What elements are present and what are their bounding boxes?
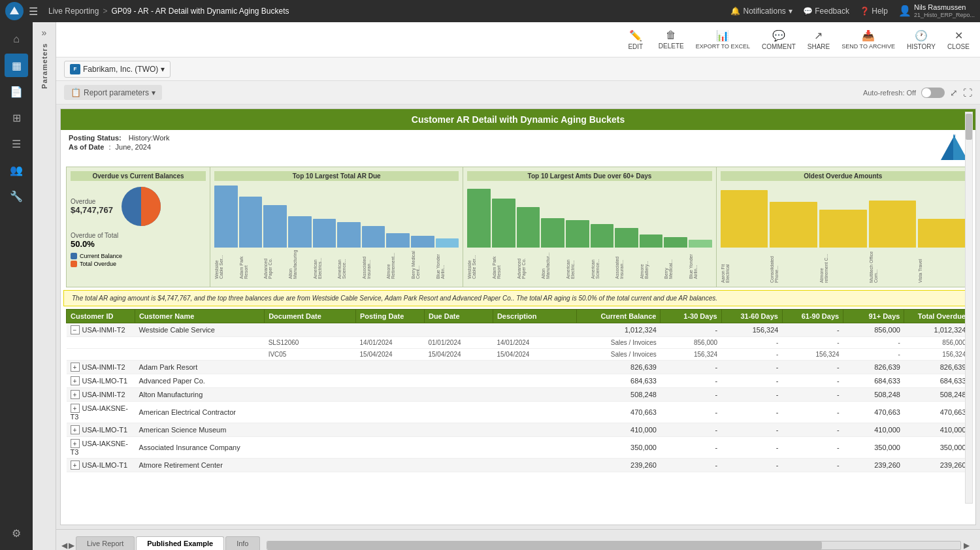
feedback-button[interactable]: 💬 Feedback: [803, 7, 849, 16]
fullscreen-icon[interactable]: ⛶: [963, 88, 972, 98]
top10-ar-bars: [214, 184, 459, 249]
scrollbar-thumb: [966, 114, 972, 140]
table-row: +USA-IAKSNE-T3 Associated Insurance Comp…: [67, 437, 970, 459]
overdue-labels: Overdue $4,747,767: [71, 198, 113, 215]
sidebar-item-home[interactable]: ⌂: [5, 27, 28, 51]
expand-button[interactable]: +: [71, 439, 80, 448]
sidebar-item-reports[interactable]: 📄: [5, 80, 28, 103]
breadcrumb-sep: >: [103, 7, 107, 16]
tab-live-report[interactable]: Live Report: [76, 536, 135, 550]
as-of-date-row: As of Date : June, 2024: [69, 143, 169, 151]
expand-button[interactable]: +: [71, 376, 80, 385]
expand-cell[interactable]: −USA-INMI-T2: [67, 323, 135, 337]
expand-button[interactable]: +: [71, 404, 80, 413]
as-of-date-sep: :: [108, 143, 110, 151]
tab-nav-next[interactable]: ▶: [69, 541, 74, 550]
user-menu[interactable]: 👤 Nils Rasmussen 21_Histo_ERP_Repo...: [898, 3, 975, 19]
days-31-60-cell: 156,324: [721, 323, 782, 337]
sidebar-item-users[interactable]: 👥: [5, 158, 28, 182]
posting-date-cell: [356, 323, 425, 337]
top10-ar-labels: Westside Cable Ser... Adam Park Resort A…: [214, 250, 459, 279]
comment-icon: 💬: [772, 29, 785, 42]
chart-overdue-current: Overdue vs Current Balances Overdue $4,7…: [67, 167, 210, 287]
sidebar-item-settings[interactable]: ⚙: [5, 521, 28, 545]
bar-4: [288, 186, 312, 248]
tab-published-example[interactable]: Published Example: [136, 536, 224, 550]
close-button[interactable]: ✕ CLOSE: [942, 27, 975, 53]
days-91-cell: 856,000: [843, 323, 904, 337]
history-icon: 🕐: [915, 29, 928, 42]
bottom-scrollbar[interactable]: [267, 541, 962, 550]
description-cell: [493, 323, 576, 337]
report-meta: Posting Status: History:Work As of Date …: [61, 130, 975, 164]
collapse-button[interactable]: −: [71, 325, 80, 334]
chart-top10-ar-title: Top 10 Largest Total AR Due: [214, 171, 459, 181]
company-icon: F: [70, 64, 80, 74]
params-expand-arrow[interactable]: »: [42, 27, 47, 38]
table-row: +USA-ILMO-T1 American Science Museum 410…: [67, 423, 970, 437]
share-button[interactable]: ↗ SHARE: [802, 27, 835, 53]
bar-10: [436, 186, 459, 248]
expand-button[interactable]: +: [71, 461, 80, 470]
top-bar-right: 🔔 Notifications ▾ 💬 Feedback ❓ Help 👤 Ni…: [730, 3, 975, 19]
total-overdue-cell: 1,012,324: [904, 323, 970, 337]
toggle-thumb: [922, 88, 931, 97]
col-header-61-90: 61-90 Days: [782, 310, 843, 323]
edit-button[interactable]: ✏️ EDIT: [619, 27, 652, 53]
report-container: Customer AR Detail with Dynamic Aging Bu…: [60, 108, 976, 525]
expand-button[interactable]: +: [71, 390, 80, 399]
data-table-container: Customer ID Customer Name Document Date …: [66, 309, 970, 472]
params-row: 📋 Report parameters ▾ Auto-refresh: Off …: [56, 81, 980, 105]
bar-2: [239, 186, 263, 248]
legend-current: Current Balance: [71, 253, 206, 259]
hamburger-menu[interactable]: ☰: [29, 5, 38, 18]
legend-current-dot: [71, 253, 77, 259]
export-button[interactable]: 📊 EXPORT TO EXCEL: [691, 27, 755, 52]
breadcrumb: Live Reporting > GP09 - AR - AR Detail w…: [48, 7, 725, 16]
chart-top10-60days-title: Top 10 Largest Amts Due over 60+ Days: [467, 171, 711, 181]
bar-6: [337, 186, 361, 248]
expand-view-icon[interactable]: ⤢: [950, 88, 958, 98]
archive-button[interactable]: 📥 SEND TO ARCHIVE: [836, 27, 900, 52]
tab-info[interactable]: Info: [225, 536, 259, 550]
comment-button[interactable]: 💬 COMMENT: [757, 27, 801, 53]
report-params-button[interactable]: 📋 Report parameters ▾: [64, 85, 162, 100]
chart-top10-ar: Top 10 Largest Total AR Due Westside Cab…: [210, 167, 463, 287]
parameters-panel: » Parameters: [33, 22, 56, 550]
sidebar-item-grid[interactable]: ⊞: [5, 106, 28, 129]
doc-date-cell: [265, 323, 356, 337]
scroll-right-btn[interactable]: ▶: [964, 541, 970, 550]
days-61-90-cell: -: [782, 323, 843, 337]
posting-status-label: Posting Status:: [69, 134, 122, 142]
parameters-label: Parameters: [41, 43, 48, 89]
col-header-posting-date: Posting Date: [356, 310, 425, 323]
auto-refresh-container: Auto-refresh: Off ⤢ ⛶: [863, 88, 972, 98]
table-row: +USA-INMI-T2 Adam Park Resort 826,639 - …: [67, 361, 970, 374]
expand-button[interactable]: +: [71, 425, 80, 434]
sidebar-item-dashboard[interactable]: ▦: [5, 54, 28, 77]
notifications-button[interactable]: 🔔 Notifications ▾: [730, 7, 792, 16]
report-scrollbar[interactable]: [965, 112, 973, 504]
report-meta-left: Posting Status: History:Work As of Date …: [69, 134, 169, 160]
top10-60-labels: Westside Cable Ser... Adam Park Resort A…: [467, 250, 711, 279]
expand-button[interactable]: +: [71, 363, 80, 372]
sidebar-item-list[interactable]: ☰: [5, 132, 28, 155]
col-header-current-balance: Current Balance: [577, 310, 661, 323]
sidebar-item-tools[interactable]: 🔧: [5, 184, 28, 208]
breadcrumb-part1[interactable]: Live Reporting: [48, 7, 99, 16]
archive-icon: 📥: [862, 29, 875, 42]
posting-status-row: Posting Status: History:Work: [69, 134, 169, 142]
left-sidebar: ⌂ ▦ 📄 ⊞ ☰ 👥 🔧 ⚙: [0, 22, 33, 550]
delete-button[interactable]: 🗑 DELETE: [653, 27, 689, 52]
company-selector[interactable]: F Fabrikam, Inc. (TWO) ▾: [64, 61, 171, 78]
app-logo: [5, 2, 24, 20]
chart-oldest-overdue: Oldest Overdue Amounts Aaron Fit Electri…: [717, 167, 970, 287]
help-button[interactable]: ❓ Help: [860, 7, 888, 16]
col-header-customer-name: Customer Name: [135, 310, 264, 323]
history-button[interactable]: 🕐 HISTORY: [902, 27, 941, 53]
top-bar: ☰ Live Reporting > GP09 - AR - AR Detail…: [0, 0, 980, 22]
tab-nav-prev[interactable]: ◀: [61, 541, 67, 550]
legend-overdue-dot: [71, 261, 77, 267]
report-title: Customer AR Detail with Dynamic Aging Bu…: [61, 109, 975, 130]
auto-refresh-toggle[interactable]: [921, 88, 945, 98]
